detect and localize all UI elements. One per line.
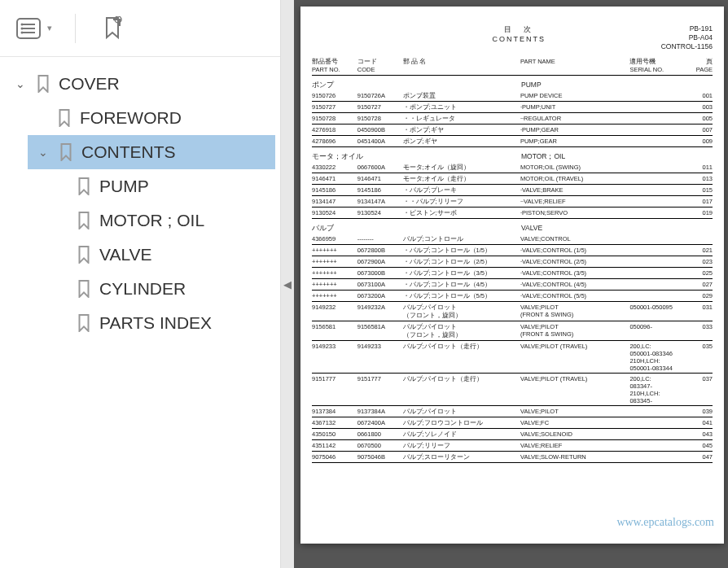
tree-item[interactable]: PARTS INDEX: [68, 306, 275, 340]
column-headers: 部品番号PART NO. コードCODE 部 品 名 PART NAME 適用号…: [312, 56, 713, 76]
tree-item-cover[interactable]: ⌄ COVER: [5, 67, 275, 101]
tree-label: PUMP: [99, 177, 149, 196]
tree-item[interactable]: VALVE: [68, 238, 275, 272]
table-row: 91492329149232Aバルブ;パイロット （フロント，旋回）VALVE;…: [312, 302, 713, 321]
page-title-en: CONTENTS: [377, 35, 661, 43]
tree-label: VALVE: [99, 245, 152, 264]
tree-item-contents[interactable]: ⌄ CONTENTS: [28, 135, 275, 169]
section-heading: バルブVALVE: [312, 224, 713, 234]
svg-point-4: [21, 23, 24, 25]
chevron-down-icon[interactable]: ▾: [47, 23, 52, 33]
document-page: 目 次 CONTENTS PB-191 PB-A04 CONTROL-1156 …: [300, 7, 724, 544]
svg-point-5: [21, 27, 24, 29]
tree-label: CYLINDER: [99, 279, 186, 299]
table-row: +++++++0673100A・バルブ;コントロール（4/5）·VALVE;CO…: [312, 279, 713, 291]
section-heading: ポンプPUMP: [312, 81, 713, 90]
table-row: 91507289150728・・レギュレータ··REGULATOR005: [312, 113, 713, 125]
bookmark-icon: [77, 177, 91, 195]
svg-point-6: [21, 31, 24, 33]
table-row: 42769180450900B・ポンプ;ギヤ·PUMP;GEAR007: [312, 125, 713, 136]
bookmark-icon: [57, 109, 72, 127]
tree-label: COVER: [59, 74, 120, 94]
tree-item[interactable]: PUMP: [68, 169, 275, 203]
outline-view-button[interactable]: [15, 15, 42, 42]
table-row: 43511420670500バルブ;リリーフVALVE;RELIEF045: [312, 440, 713, 452]
table-row: 43671320672400Aバルブ;フロウコントロールVALVE;FC041: [312, 417, 713, 429]
table-row: +++++++0673200A・バルブ;コントロール（5/5）·VALVE;CO…: [312, 291, 713, 302]
table-row: 42786960451400Aポンプ;ギヤPUMP;GEAR009: [312, 136, 713, 147]
bookmark-icon: [77, 246, 91, 264]
table-row: 91517779151777バルブ;パイロット（走行）VALVE;PILOT (…: [312, 374, 713, 406]
table-row: 91492339149233バルブ;パイロット（走行）VALVE;PILOT (…: [312, 341, 713, 374]
table-row: 43302220667600Aモータ;オイル（旋回）MOTOR;OIL (SWI…: [312, 162, 713, 173]
table-row: 91341479134147A・・バルブ;リリーフ··VALVE;RELIEF0…: [312, 196, 713, 208]
table-row: +++++++0672900A・バルブ;コントロール（2/5）·VALVE;CO…: [312, 256, 713, 268]
chevron-down-icon[interactable]: ⌄: [13, 77, 28, 90]
chevron-down-icon[interactable]: ⌄: [36, 146, 50, 159]
bookmark-icon: [77, 314, 91, 332]
page-codes: PB-191 PB-A04 CONTROL-1156: [661, 24, 713, 51]
bookmark-icon: [77, 212, 91, 229]
table-row: 91565819156581Aバルブ;パイロット （フロント，旋回）VALVE;…: [312, 321, 713, 341]
tree-item[interactable]: CYLINDER: [68, 272, 275, 306]
sidebar: ▾ ⌄ COVER FOREWORD: [0, 0, 281, 568]
table-row: 91507269150726Aポンプ装置PUMP DEVICE001: [312, 90, 713, 102]
bookmark-icon: [36, 75, 50, 93]
table-row: 91451869145186・バルブ;ブレーキ·VALVE;BRAKE015: [312, 185, 713, 196]
bookmark-page-button[interactable]: [99, 15, 126, 42]
bookmark-icon: [59, 143, 73, 161]
table-row: 43501500661800バルブ;ソレノイドVALVE;SOLENOID043: [312, 429, 713, 440]
document-viewport[interactable]: 目 次 CONTENTS PB-191 PB-A04 CONTROL-1156 …: [294, 0, 728, 568]
bookmark-tree: ⌄ COVER FOREWORD ⌄ CONTENTS PUMPMOTOR ; …: [0, 57, 280, 568]
bookmark-ribbon-icon: [102, 16, 123, 41]
table-row: 91373849137384Aバルブ;パイロットVALVE;PILOT039: [312, 406, 713, 417]
tree-label: CONTENTS: [81, 142, 176, 162]
tree-item-foreword[interactable]: FOREWORD: [49, 101, 275, 135]
tree-label: PARTS INDEX: [99, 313, 212, 333]
table-row: 4366959--------バルブ;コントロールVALVE;CONTROL: [312, 234, 713, 245]
table-row: 91305249130524・ピストン;サーボ·PISTON;SERVO019: [312, 208, 713, 219]
table-row: 91464719146471モータ;オイル（走行）MOTOR;OIL (TRAV…: [312, 173, 713, 185]
table-row: +++++++0672800B・バルブ;コントロール（1/5）·VALVE;CO…: [312, 245, 713, 256]
tree-label: FOREWORD: [80, 108, 182, 128]
toolbar-divider: [75, 14, 76, 43]
table-row: 91507279150727・ポンプ;ユニット·PUMP;UNIT003: [312, 102, 713, 113]
page-title-jp: 目 次: [377, 24, 661, 35]
table-row: +++++++0673000B・バルブ;コントロール（3/5）·VALVE;CO…: [312, 268, 713, 279]
chevron-left-icon: ◀: [283, 278, 292, 291]
section-heading: モータ；オイルMOTOR；OIL: [312, 152, 713, 162]
table-row: 90750469075046Bバルブ;スローリターンVALVE;SLOW-RET…: [312, 452, 713, 463]
bookmark-icon: [77, 280, 91, 298]
sidebar-toolbar: ▾: [0, 0, 280, 57]
tree-label: MOTOR ; OIL: [99, 211, 204, 230]
list-icon: [16, 18, 41, 39]
splitter[interactable]: ◀: [281, 0, 294, 568]
watermark: www.epcatalogs.com: [616, 516, 714, 529]
tree-item[interactable]: MOTOR ; OIL: [68, 203, 275, 238]
